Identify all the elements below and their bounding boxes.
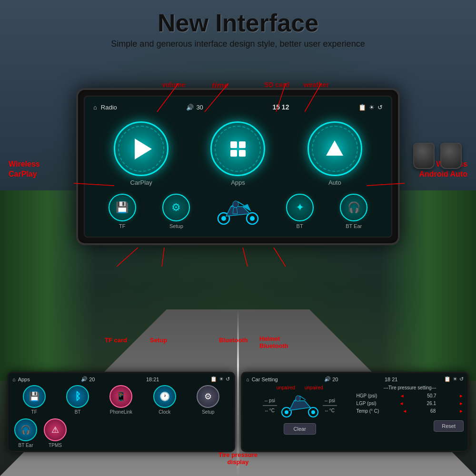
car-setting-screen: ⌂ Car Setting 🔊 20 18 21 📋 ☀ ↺ (242, 373, 467, 437)
tire-pressure-label: Tire pressuredisplay (218, 451, 258, 466)
apps-back: ↺ (226, 376, 230, 382)
bt-ear-button[interactable]: 🎧 (340, 194, 367, 221)
app-bt-ear-btn[interactable]: 🎧 (14, 418, 37, 441)
apps-label: Apps (231, 179, 245, 186)
tire-left-temp: -- °C (265, 408, 275, 413)
hgp-dec[interactable]: ◄ (400, 393, 405, 398)
setup-label: Setup (169, 223, 183, 229)
app-tpms-btn[interactable]: ⚠ (44, 418, 67, 441)
clock-label: Clock (159, 409, 170, 415)
temp-dec[interactable]: ◄ (402, 408, 407, 414)
lgp-inc[interactable]: ► (459, 401, 464, 406)
label-bluetooth: Bluetooth (219, 337, 248, 344)
app-tf-btn[interactable]: 💾 (23, 385, 46, 408)
back-icon: ↺ (377, 104, 383, 111)
car-panel-label: Car Setting (252, 377, 278, 382)
hgp-val: 50.7 (427, 393, 436, 398)
bt-panel-icon: ᛒ (75, 390, 81, 403)
app-phonelink[interactable]: 📱 PhoneLink (109, 385, 132, 415)
main-status-bar: ⌂ Radio 🔊 30 15 12 📋 ☀ ↺ (90, 101, 386, 113)
app-bt-ear[interactable]: 🎧 BT Ear (14, 418, 37, 448)
tf-panel-label: TF (31, 409, 37, 415)
tire-moto-img (281, 392, 319, 418)
play-icon (135, 139, 152, 159)
setup-app[interactable]: ⚙ Setup (162, 194, 190, 229)
auto-app[interactable]: Auto (307, 121, 362, 186)
svg-point-17 (285, 410, 288, 414)
nav-arrow-icon (326, 140, 343, 156)
apps-time: 18:21 (146, 377, 159, 382)
app-tf[interactable]: 💾 TF (23, 385, 46, 415)
lgp-dec[interactable]: ◄ (399, 401, 404, 406)
car-content: unpaired unpaired -- psi -- °C (246, 385, 464, 435)
hgp-label: HGP (psi) (357, 393, 377, 398)
app-bt-btn[interactable]: ᛒ (66, 385, 89, 408)
svg-point-19 (296, 396, 300, 401)
volume-icon: 🔊 (186, 104, 194, 111)
tire-right: unpaired (305, 385, 323, 390)
tire-statuses: unpaired unpaired (277, 385, 323, 390)
app-tpms[interactable]: ⚠ TPMS (44, 418, 67, 448)
car-bright: ☀ (453, 376, 457, 382)
setup-button[interactable]: ⚙ (162, 194, 190, 221)
carplay-button[interactable] (114, 121, 169, 176)
temp-val: 68 (430, 408, 436, 414)
home-icon: ⌂ (93, 104, 97, 111)
tf-button[interactable]: 💾 (109, 194, 136, 221)
reset-button[interactable]: Reset (434, 420, 464, 432)
tpms-sensor-2 (440, 143, 462, 169)
app-clock-btn[interactable]: 🕐 (153, 385, 176, 408)
main-screen: ⌂ Radio 🔊 30 15 12 📋 ☀ ↺ (84, 96, 392, 238)
bt-ear-app[interactable]: 🎧 BT Ear (340, 194, 367, 229)
moto-image (217, 196, 259, 227)
main-device: ⌂ Radio 🔊 30 15 12 📋 ☀ ↺ (76, 64, 400, 245)
temp-label: Temp (° C) (357, 408, 379, 414)
svg-point-12 (221, 216, 226, 221)
bottom-panels: ⌂ Apps 🔊 20 18:21 📋 ☀ ↺ (7, 372, 469, 452)
auto-button[interactable] (307, 121, 362, 176)
temp-row: Temp (° C) ◄ 68 ► (357, 408, 464, 414)
car-home-icon: ⌂ (246, 377, 249, 382)
tf-app[interactable]: 💾 TF (109, 194, 136, 229)
bt-app[interactable]: ✦ BT (286, 194, 314, 229)
brightness-icon: ☀ (369, 104, 375, 111)
tire-right-status: unpaired (305, 385, 323, 390)
bt-button[interactable]: ✦ (286, 194, 314, 221)
car-sdcard: 📋 (444, 376, 451, 382)
apps-panel-label: Apps (18, 377, 30, 382)
auto-label: Auto (328, 179, 341, 186)
svg-point-13 (250, 216, 255, 221)
apps-sdcard: 📋 (210, 376, 217, 382)
apps-app[interactable]: Apps (210, 121, 265, 186)
setup-icon: ⚙ (171, 201, 181, 214)
carplay-app[interactable]: CarPlay (114, 121, 169, 186)
app-clock[interactable]: 🕐 Clock (153, 385, 176, 415)
lgp-row: LGP (psi) ◄ 26.1 ► (357, 401, 464, 406)
apps-button[interactable] (210, 121, 265, 176)
time-display: 15 12 (272, 103, 289, 111)
grid-icon (230, 141, 246, 157)
page-header: New Interface Simple and generous interf… (0, 0, 476, 49)
hgp-row: HGP (psi) ◄ 50.7 ► (357, 393, 464, 398)
car-setting-panel: ⌂ Car Setting 🔊 20 18 21 📋 ☀ ↺ (241, 372, 469, 452)
bt-label: BT (297, 223, 303, 229)
app-phonelink-btn[interactable]: 📱 (109, 385, 132, 408)
lgp-val: 26.1 (427, 401, 436, 406)
apps-row1: 💾 TF ᛒ BT 📱 PhoneLink (12, 385, 230, 415)
clear-button[interactable]: Clear (284, 423, 316, 435)
temp-inc[interactable]: ► (459, 408, 464, 414)
app-setup-btn[interactable]: ⚙ (197, 385, 219, 408)
bottom-app-grid: 💾 TF ⚙ Setup (90, 191, 386, 232)
tf-icon: 💾 (116, 201, 129, 214)
motorcycle-icon (217, 197, 259, 226)
tire-left-psi: -- psi (265, 398, 275, 403)
app-bt-panel[interactable]: ᛒ BT (66, 385, 89, 415)
lgp-label: LGP (psi) (357, 401, 377, 406)
bt-ear-icon: 🎧 (347, 201, 360, 214)
hgp-inc[interactable]: ► (459, 393, 464, 398)
apps-vol-icon: 🔊 (81, 376, 88, 382)
svg-point-14 (233, 201, 238, 208)
svg-line-9 (274, 248, 286, 267)
app-setup-panel[interactable]: ⚙ Setup (197, 385, 219, 415)
clock-icon: 🕐 (159, 391, 170, 402)
